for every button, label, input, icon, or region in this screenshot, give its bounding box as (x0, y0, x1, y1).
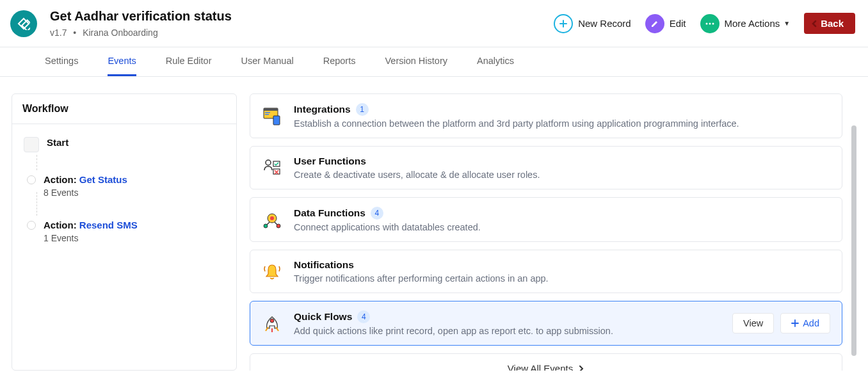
integrations-icon (262, 106, 282, 126)
tab-version-history[interactable]: Version History (385, 47, 447, 76)
edit-icon (645, 14, 664, 33)
action-name-link[interactable]: Resend SMS (79, 220, 138, 230)
card-user-functions[interactable]: User Functions Create & deactivate users… (250, 146, 842, 189)
action-prefix: Action: (44, 220, 79, 230)
tab-reports[interactable]: Reports (323, 47, 356, 76)
svg-point-18 (270, 319, 274, 323)
svg-line-17 (275, 222, 277, 225)
action-prefix: Action: (44, 174, 79, 185)
workflow-steps: Start Action: Get Status 8 Events (12, 124, 236, 278)
count-badge: 4 (357, 310, 370, 323)
workflow-step-resend-sms[interactable]: Action: Resend SMS 1 Events (22, 220, 226, 243)
svg-rect-8 (273, 116, 280, 125)
card-description: Establish a connection between the platf… (294, 118, 830, 129)
back-button[interactable]: Back (804, 13, 855, 34)
tab-events[interactable]: Events (108, 47, 136, 76)
tabs-nav: Settings Events Rule Editor User Manual … (0, 47, 868, 77)
card-quick-flows[interactable]: Quick Flows 4 Add quick actions like pri… (250, 301, 842, 346)
header-title-block: Get Aadhar verification status v1.7 • Ki… (50, 9, 554, 38)
step-events-count: 8 Events (44, 188, 127, 198)
notifications-icon (262, 261, 282, 282)
card-integrations[interactable]: Integrations 1 Establish a connection be… (250, 93, 842, 138)
more-icon (700, 14, 719, 33)
card-description: Add quick actions like print record, ope… (294, 326, 721, 336)
back-label: Back (821, 18, 844, 29)
step-label: Action: Resend SMS (44, 220, 138, 230)
svg-point-1 (705, 22, 707, 24)
edit-label: Edit (670, 18, 686, 29)
sidebar-title: Workflow (12, 94, 236, 124)
add-button[interactable]: Add (780, 313, 830, 333)
step-events-count: 1 Events (44, 233, 138, 243)
page-title: Get Aadhar verification status (50, 9, 554, 24)
step-label: Start (47, 137, 68, 148)
action-node-icon (27, 175, 36, 184)
add-label: Add (803, 318, 819, 328)
start-node-icon (24, 137, 39, 152)
chevron-right-icon (578, 365, 584, 371)
card-description: Trigger notifications after performing c… (294, 273, 830, 284)
chevron-left-icon (810, 20, 818, 28)
user-functions-icon (262, 157, 282, 178)
data-functions-icon (262, 209, 282, 230)
action-name-link[interactable]: Get Status (79, 174, 127, 185)
version-label: v1.7 (50, 28, 67, 38)
card-notifications[interactable]: Notifications Trigger notifications afte… (250, 250, 842, 293)
header-actions: New Record Edit More Actions ▼ Back (554, 13, 855, 34)
connector-line (36, 155, 37, 170)
content-area: Workflow Start Action: Get Status 8 Even… (0, 77, 868, 377)
plus-icon (791, 319, 799, 327)
card-title: Notifications (294, 259, 354, 271)
card-data-functions[interactable]: Data Functions 4 Connect applications wi… (250, 197, 842, 242)
page-header: Get Aadhar verification status v1.7 • Ki… (0, 0, 868, 47)
step-label: Action: Get Status (44, 174, 127, 185)
workflow-sidebar: Workflow Start Action: Get Status 8 Even… (12, 93, 237, 371)
count-badge: 4 (371, 207, 383, 220)
quick-flows-icon (262, 313, 282, 333)
plus-circle-icon (554, 14, 573, 33)
workflow-step-start[interactable]: Start (22, 137, 226, 152)
project-label: Kirana Onboarding (83, 28, 158, 38)
more-actions-label: More Actions (725, 18, 780, 29)
svg-point-2 (709, 22, 711, 24)
view-all-events-button[interactable]: View All Events (250, 353, 842, 371)
more-actions-button[interactable]: More Actions ▼ (700, 14, 791, 33)
separator-dot: • (73, 28, 76, 38)
new-record-label: New Record (578, 18, 631, 29)
card-title: Quick Flows (294, 311, 352, 323)
new-record-button[interactable]: New Record (554, 14, 631, 33)
card-description: Create & deactivate users, allocate & de… (294, 170, 830, 180)
svg-point-9 (266, 160, 271, 165)
chevron-down-icon: ▼ (784, 20, 790, 27)
app-logo-icon (10, 10, 37, 37)
svg-rect-7 (265, 114, 269, 115)
tab-user-manual[interactable]: User Manual (241, 47, 293, 76)
view-button[interactable]: View (732, 313, 774, 333)
card-title: User Functions (294, 156, 366, 167)
card-title: Integrations (294, 104, 351, 115)
svg-point-13 (270, 216, 274, 220)
view-all-label: View All Events (508, 363, 573, 371)
page-subtitle: v1.7 • Kirana Onboarding (50, 28, 554, 38)
scrollbar[interactable] (851, 125, 856, 356)
card-title: Data Functions (294, 207, 366, 219)
tab-analytics[interactable]: Analytics (477, 47, 514, 76)
events-panel: Integrations 1 Establish a connection be… (250, 93, 862, 371)
connector-line (36, 192, 37, 216)
svg-rect-5 (264, 108, 278, 111)
tab-settings[interactable]: Settings (45, 47, 78, 76)
svg-line-16 (267, 222, 269, 225)
workflow-step-get-status[interactable]: Action: Get Status 8 Events (22, 174, 226, 198)
tab-rule-editor[interactable]: Rule Editor (166, 47, 212, 76)
event-cards-list: Integrations 1 Establish a connection be… (250, 93, 862, 371)
count-badge: 1 (356, 103, 369, 116)
action-node-icon (27, 221, 36, 230)
svg-rect-6 (265, 112, 270, 113)
card-description: Connect applications with datatables cre… (294, 222, 830, 232)
svg-point-3 (712, 22, 714, 24)
edit-button[interactable]: Edit (645, 14, 686, 33)
